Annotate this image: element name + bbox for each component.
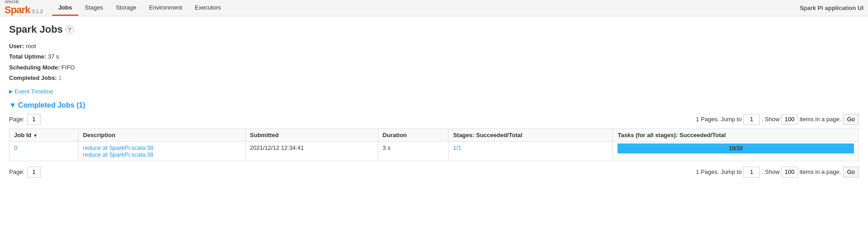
page-title-row: Spark Jobs ? [9,24,859,35]
task-bar-container: 10/10 [617,143,854,153]
page-label-bottom: Page: [9,168,24,175]
table-row: 0reduce at SparkPi.scala:38reduce at Spa… [10,141,859,161]
job-id-cell: 0 [10,141,78,161]
col-submitted: Submitted [245,128,378,141]
uptime-value: 37 s [48,53,59,60]
uptime-row: Total Uptime: 37 s [9,51,859,62]
col-job-id-label: Job Id [14,132,33,138]
uptime-label: Total Uptime: [9,53,46,60]
col-job-id: Job Id ▼ [10,128,78,141]
go-button-bottom[interactable]: Go [843,167,859,178]
job-id-link[interactable]: 0 [14,144,73,151]
nav-stages[interactable]: Stages [78,0,109,16]
jump-input-top[interactable] [743,114,760,125]
scheduling-label: Scheduling Mode: [9,64,60,71]
spark-logo: APACHE Spark [5,0,30,16]
info-section: User: root Total Uptime: 37 s Scheduling… [9,41,859,84]
col-duration: Duration [378,128,448,141]
completed-jobs-section-label: Completed Jobs (1) [18,101,85,109]
app-title: Spark Pi application UI [800,5,863,11]
duration-cell: 3 s [378,141,448,161]
page-title: Spark Jobs [9,24,63,35]
go-button-top[interactable]: Go [843,114,859,125]
page-label-top: Page: [9,116,24,123]
show-label-top: . Show [762,116,780,123]
description-link-2[interactable]: reduce at SparkPi.scala:38 [83,151,240,158]
col-tasks: Tasks (for all stages): Succeeded/Total [613,128,859,141]
scheduling-row: Scheduling Mode: FIFO [9,62,859,73]
pagination-bottom-right: 1 Pages. Jump to . Show items in a page.… [696,167,859,178]
show-input-bottom[interactable] [781,167,798,178]
description-cell: reduce at SparkPi.scala:38reduce at Spar… [78,141,245,161]
table-header-row: Job Id ▼ Description Submitted Duration … [10,128,859,141]
event-timeline-section: ▶ Event Timeline [9,88,859,95]
main-content: Spark Jobs ? User: root Total Uptime: 37… [0,16,868,188]
sort-icon[interactable]: ▼ [33,133,38,138]
navbar: APACHE Spark 3.1.2 Jobs Stages Storage E… [0,0,868,16]
user-label: User: [9,43,24,49]
items-label-bottom: items in a page. [800,168,841,175]
pages-text-bottom: 1 Pages. Jump to [696,168,742,175]
completed-jobs-label: Completed Jobs: [9,74,57,81]
spark-text: Spark [5,4,30,15]
user-row: User: root [9,41,859,51]
pagination-top-left: Page: [9,114,41,125]
completed-jobs-collapse-arrow[interactable]: ▼ [9,101,16,109]
nav-storage[interactable]: Storage [109,0,143,16]
show-label-bottom: . Show [762,168,780,175]
task-bar-fill: 10/10 [617,143,854,153]
apache-label: APACHE [5,0,30,4]
event-timeline-toggle[interactable]: ▶ Event Timeline [9,88,859,95]
pagination-bottom: Page: 1 Pages. Jump to . Show items in a… [9,167,859,178]
stages-link[interactable]: 1/1 [453,144,608,151]
version-label: 3.1.2 [32,9,43,14]
app-name-label: Spark Pi application UI [800,5,863,11]
nav-environment[interactable]: Environment [143,0,188,16]
jump-input-bottom[interactable] [743,167,760,178]
brand-logo: APACHE Spark 3.1.2 [5,0,43,16]
nav-executors[interactable]: Executors [188,0,227,16]
help-icon[interactable]: ? [66,25,74,34]
event-timeline-label: Event Timeline [14,88,53,95]
pages-text-top: 1 Pages. Jump to [696,116,742,123]
tasks-cell: 10/10 [613,141,859,161]
nav-links: Jobs Stages Storage Environment Executor… [52,0,227,16]
page-input-bottom[interactable] [27,167,41,178]
user-value: root [26,43,36,49]
completed-jobs-link[interactable]: 1 [58,74,62,81]
pagination-top-right: 1 Pages. Jump to . Show items in a page.… [696,114,859,125]
description-link-1[interactable]: reduce at SparkPi.scala:38 [83,144,240,151]
nav-jobs[interactable]: Jobs [52,0,78,16]
completed-jobs-section: ▼ Completed Jobs (1) Page: 1 Pages. Jump… [9,101,859,178]
pagination-bottom-left: Page: [9,167,41,178]
show-input-top[interactable] [781,114,798,125]
completed-jobs-row: Completed Jobs: 1 [9,73,859,83]
col-stages: Stages: Succeeded/Total [448,128,613,141]
col-description: Description [78,128,245,141]
page-input-top[interactable] [27,114,41,125]
pagination-top: Page: 1 Pages. Jump to . Show items in a… [9,114,859,125]
event-timeline-arrow: ▶ [9,89,13,94]
items-label-top: items in a page. [800,116,841,123]
submitted-cell: 2021/12/12 12:34:41 [245,141,378,161]
scheduling-value: FIFO [62,64,75,71]
stages-cell: 1/1 [448,141,613,161]
jobs-table: Job Id ▼ Description Submitted Duration … [9,128,859,161]
completed-jobs-header: ▼ Completed Jobs (1) [9,101,859,109]
